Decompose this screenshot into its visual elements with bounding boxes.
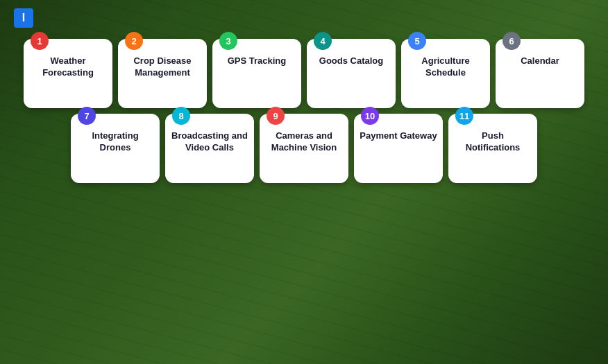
logo-icon: I xyxy=(14,8,33,28)
card-label-10: Payment Gateway xyxy=(360,130,437,142)
card-label-4: Goods Catalog xyxy=(319,55,383,67)
feature-card-11: 11Push Notifications xyxy=(448,114,537,183)
card-label-6: Calendar xyxy=(521,55,559,67)
cards-section: 1Weather Forecasting2Crop Disease Manage… xyxy=(14,39,594,183)
card-badge-9: 9 xyxy=(267,107,285,125)
feature-card-6: 6Calendar xyxy=(496,39,584,108)
card-label-2: Crop Disease Management xyxy=(124,55,201,79)
cards-row-2: 7Integrating Drones8Broadcasting and Vid… xyxy=(14,114,594,183)
feature-card-10: 10Payment Gateway xyxy=(354,114,443,183)
card-badge-8: 8 xyxy=(172,107,190,125)
main-container: I 1Weather Forecasting2Crop Disease Mana… xyxy=(0,0,608,364)
card-label-9: Cameras and Machine Vision xyxy=(265,130,343,154)
logo-row: I xyxy=(14,8,594,28)
feature-card-8: 8Broadcasting and Video Calls xyxy=(165,114,254,183)
card-badge-2: 2 xyxy=(125,32,143,50)
feature-card-5: 5Agriculture Schedule xyxy=(401,39,490,108)
card-label-5: Agriculture Schedule xyxy=(407,55,484,79)
card-label-8: Broadcasting and Video Calls xyxy=(171,130,248,154)
card-label-1: Weather Forecasting xyxy=(29,55,107,79)
card-label-7: Integrating Drones xyxy=(76,130,154,154)
card-badge-5: 5 xyxy=(408,32,426,50)
card-badge-11: 11 xyxy=(455,107,473,125)
card-badge-4: 4 xyxy=(314,32,332,50)
feature-card-1: 1Weather Forecasting xyxy=(24,39,112,108)
feature-card-7: 7Integrating Drones xyxy=(71,114,160,183)
card-badge-7: 7 xyxy=(78,107,96,125)
feature-card-9: 9Cameras and Machine Vision xyxy=(260,114,348,183)
card-badge-3: 3 xyxy=(219,32,237,50)
card-badge-1: 1 xyxy=(31,32,49,50)
cards-row-1: 1Weather Forecasting2Crop Disease Manage… xyxy=(14,39,594,108)
card-badge-6: 6 xyxy=(503,32,521,50)
feature-card-3: 3GPS Tracking xyxy=(212,39,301,108)
feature-card-2: 2Crop Disease Management xyxy=(118,39,207,108)
card-badge-10: 10 xyxy=(361,107,379,125)
card-label-3: GPS Tracking xyxy=(228,55,287,67)
card-label-11: Push Notifications xyxy=(454,130,532,154)
feature-card-4: 4Goods Catalog xyxy=(307,39,396,108)
